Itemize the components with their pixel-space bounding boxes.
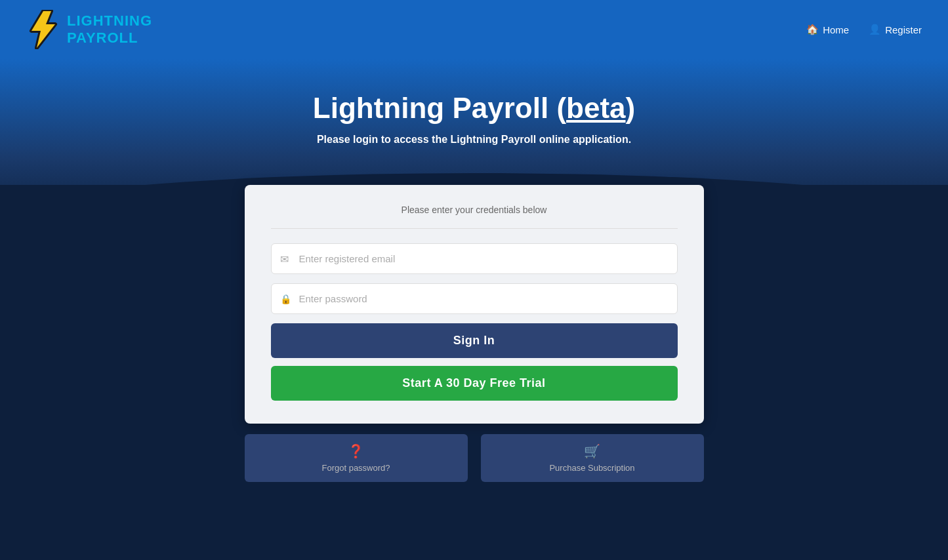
register-label: Register xyxy=(885,24,922,35)
logo-text: LIGHTNING PAYROLL xyxy=(67,12,152,47)
password-input-group: 🔒 xyxy=(271,283,678,314)
register-link[interactable]: 👤 Register xyxy=(869,24,922,35)
divider xyxy=(271,228,678,229)
email-input-group: ✉ xyxy=(271,243,678,274)
home-link[interactable]: 🏠 Home xyxy=(806,24,849,35)
email-input[interactable] xyxy=(271,243,678,274)
person-icon: 👤 xyxy=(869,24,881,35)
main-content: Please enter your credentials below ✉ 🔒 … xyxy=(0,185,948,502)
signin-button[interactable]: Sign In xyxy=(271,323,678,358)
brand-name-2: PAYROLL xyxy=(67,30,152,47)
lightning-bolt-icon xyxy=(26,10,60,49)
forgot-label: Forgot password? xyxy=(321,463,390,473)
login-card: Please enter your credentials below ✉ 🔒 … xyxy=(245,185,704,424)
nav-links: 🏠 Home 👤 Register xyxy=(806,24,922,35)
hero-subtitle: Please login to access the Lightning Pay… xyxy=(13,134,935,146)
purchase-subscription-button[interactable]: 🛒 Purchase Subscription xyxy=(481,434,704,482)
bottom-actions: ❓ Forgot password? 🛒 Purchase Subscripti… xyxy=(245,434,704,482)
email-icon: ✉ xyxy=(280,252,289,265)
beta-label: beta xyxy=(566,92,625,124)
page-title: Lightning Payroll (beta) xyxy=(13,92,935,125)
password-icon: 🔒 xyxy=(280,294,291,304)
cart-icon: 🛒 xyxy=(584,443,600,459)
header: LIGHTNING PAYROLL 🏠 Home 👤 Register xyxy=(0,0,948,59)
brand-name-1: LIGHTNING xyxy=(67,12,152,30)
card-subtitle: Please enter your credentials below xyxy=(271,205,678,215)
forgot-password-button[interactable]: ❓ Forgot password? xyxy=(245,434,468,482)
purchase-label: Purchase Subscription xyxy=(549,463,634,473)
home-icon: 🏠 xyxy=(806,24,819,35)
question-icon: ❓ xyxy=(348,443,364,459)
logo: LIGHTNING PAYROLL xyxy=(26,10,152,49)
home-label: Home xyxy=(823,24,849,35)
password-input[interactable] xyxy=(271,283,678,314)
trial-button[interactable]: Start A 30 Day Free Trial xyxy=(271,366,678,401)
